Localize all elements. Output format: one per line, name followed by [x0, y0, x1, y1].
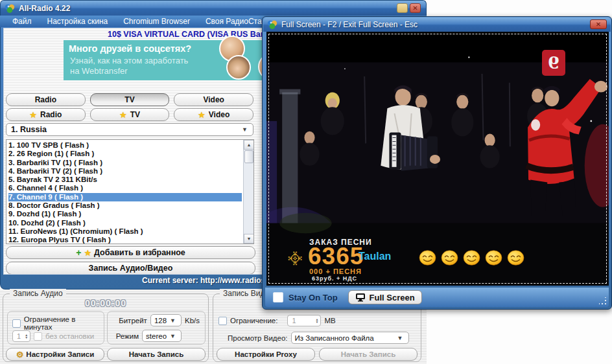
limit-minutes-checkbox[interactable]	[12, 319, 21, 328]
video-limit-unit: MB	[324, 317, 335, 324]
video-limit-stepper[interactable]: 1 ▲▼	[287, 315, 321, 326]
channel-row[interactable]: 4. Barbariki TV (2) ( Flash )	[8, 167, 242, 176]
order-price-line: 000 + ПЕСНЯ	[309, 267, 362, 275]
start-audio-record-button[interactable]: Начать Запись	[107, 348, 206, 361]
video-limit-checkbox[interactable]	[218, 317, 227, 325]
smiley-emoji	[441, 250, 458, 266]
channel-row[interactable]: 9. Dozhd (1) ( Flash )	[8, 210, 242, 218]
proxy-settings-button[interactable]: Настройки Proxy	[217, 348, 315, 361]
chevron-down-icon: ▼	[170, 333, 176, 339]
favorites-tab-row: ★Radio★TV★Video	[6, 108, 253, 121]
audio-limit-box: Ограничение в минутах 1 ▲▼ без остановки	[7, 311, 104, 345]
country-select-value: 1. Russia	[11, 125, 242, 134]
limit-minutes-value: 1	[13, 332, 25, 340]
source-tab-row: RadioTVVideo	[6, 93, 253, 106]
fav-tab-radio[interactable]: ★Radio	[6, 108, 86, 121]
limit-minutes-stepper[interactable]: 1 ▲▼	[12, 330, 30, 342]
video-preview-label: Просмотр Видео:	[228, 334, 288, 342]
country-select[interactable]: 1. Russia ▼	[6, 123, 253, 136]
stepper-arrows-icon[interactable]: ▲▼	[316, 318, 321, 324]
channel-list-scrollbar[interactable]: ▲ ▼	[243, 140, 253, 244]
mode-select[interactable]: stereo ▼	[142, 330, 182, 342]
add-favorite-button[interactable]: +★ Добавить в избранное	[6, 246, 255, 259]
nonstop-checkbox[interactable]	[34, 332, 42, 341]
menu-item-файл[interactable]: Файл	[5, 17, 39, 26]
main-titlebar[interactable]: All-Radio 4.22 ✕	[0, 0, 427, 16]
star-icon: ★	[198, 110, 206, 120]
channel-row[interactable]: 10. Dozhd (2) ( Flash )	[8, 219, 242, 227]
order-song-name: Taulan	[359, 251, 391, 262]
visa-card-link[interactable]: 10$ VISA VIRTUAL CARD (VISA RUS Bank).	[108, 30, 275, 39]
app-icon	[267, 19, 277, 30]
plus-icon: +	[76, 247, 81, 258]
channel-row[interactable]: 11. EuroNews (1) (Chromium) ( Flash )	[8, 227, 242, 236]
ad-banner[interactable]: Много друзей в соцсетях? Узнай, как на э…	[64, 40, 270, 80]
stepper-arrows-icon[interactable]: ▲▼	[25, 334, 30, 339]
smiley-emoji	[485, 250, 502, 266]
video-area[interactable]: 9 ᳀ ЗАКАЗ ПЕСНИ 6365 Taulan 000 + ПЕСНЯ …	[266, 32, 609, 286]
tv-window-title: Full Screen - F2 / Exit Full Screen - Es…	[281, 20, 418, 29]
start-audio-record-label: Начать Запись	[129, 350, 183, 358]
banner-subline-2: на Webtransfer	[70, 66, 128, 76]
mode-value: stereo	[143, 332, 170, 340]
tv-bottom-bar: Stay On Top Full Screen	[265, 288, 609, 307]
tv-close-button[interactable]: ✕	[590, 19, 607, 29]
order-number: 6365	[308, 243, 364, 270]
start-video-record-button[interactable]: Начать Запись	[319, 348, 418, 361]
stay-on-top-label: Stay On Top	[288, 293, 338, 302]
menu-item-настройка-скина[interactable]: Настройка скина	[40, 17, 115, 26]
tab-radio[interactable]: Radio	[6, 93, 86, 106]
minimize-button[interactable]	[397, 3, 408, 13]
bitrate-unit: Kb/s	[185, 317, 200, 324]
gear-icon: ⚙	[16, 350, 24, 359]
video-limit-label: Ограничение:	[230, 317, 277, 324]
scroll-down-icon[interactable]: ▼	[244, 234, 254, 244]
channel-row[interactable]: 6. Channel 4 ( Flash )	[8, 184, 242, 192]
scrollbar-thumb[interactable]	[244, 150, 253, 163]
record-settings-button[interactable]: ⚙ Настройки Записи	[6, 348, 104, 361]
bitrate-select[interactable]: 128 ▼	[150, 314, 182, 326]
record-settings-label: Настройки Записи	[26, 350, 94, 358]
ornament-icon: ᳀	[283, 245, 308, 275]
audio-codec-box: Битрейт 128 ▼ Kb/s Режим stereo ▼	[107, 311, 206, 345]
fav-tab-video[interactable]: ★Video	[174, 108, 253, 121]
banner-avatar	[226, 55, 251, 80]
stay-on-top-checkbox[interactable]	[273, 292, 283, 302]
smiley-row	[419, 250, 524, 266]
nonstop-label: без остановки	[45, 332, 94, 340]
video-limit-value: 1	[288, 317, 300, 324]
tab-tv[interactable]: TV	[90, 93, 170, 106]
channel-row[interactable]: 12. Europa Plyus TV ( Flash )	[8, 236, 242, 244]
smiley-emoji	[507, 250, 524, 266]
channel-row[interactable]: 3. Barbariki TV (1) ( Flash )	[8, 159, 242, 167]
video-preview-select[interactable]: Из Записанного Файла ▼	[291, 332, 409, 344]
tv-titlebar[interactable]: Full Screen - F2 / Exit Full Screen - Es…	[263, 17, 611, 32]
resize-grip[interactable]	[599, 297, 607, 305]
scroll-up-icon[interactable]: ▲	[244, 140, 254, 150]
audio-record-group: Запись Аудио 00:00:00 Ограничение в мину…	[3, 293, 209, 362]
menu-item-chromium-browser[interactable]: Chromium Browser	[116, 17, 197, 26]
channel-9-logo: 9	[542, 50, 565, 76]
app-icon	[5, 3, 15, 14]
full-screen-button[interactable]: Full Screen	[348, 290, 422, 304]
close-button[interactable]: ✕	[410, 3, 421, 13]
channel-row[interactable]: 7. Channel 9 ( Flash )	[8, 193, 242, 201]
audio-group-title: Запись Аудио	[10, 289, 66, 298]
channel-row[interactable]: 1. 100 TV SPB ( Flash )	[8, 141, 242, 150]
tab-video[interactable]: Video	[174, 93, 253, 106]
star-icon: ★	[119, 110, 127, 120]
channel-row[interactable]: 5. Bayrak TV 2 311 KBit/s	[8, 176, 242, 184]
record-av-button[interactable]: Запись Аудио/Видео	[6, 262, 255, 275]
fav-tab-tv[interactable]: ★TV	[90, 108, 170, 121]
limit-minutes-label: Ограничение в минутах	[24, 315, 104, 331]
window-title: All-Radio 4.22	[19, 4, 70, 13]
star-icon: ★	[84, 248, 91, 258]
channel-row[interactable]: 2. 26 Region (1) ( Flash )	[8, 150, 242, 158]
channel-row[interactable]: 8. Doctor Gradus ( Flash )	[8, 201, 242, 210]
order-tax-line: 63руб. + НДС	[312, 275, 357, 282]
video-preview-value: Из Записанного Файла	[292, 334, 377, 342]
add-favorite-label: Добавить в избранное	[94, 248, 185, 257]
start-video-record-label: Начать Запись	[341, 350, 395, 358]
channel-list: ▲ ▼ 1. 100 TV SPB ( Flash )2. 26 Region …	[6, 139, 254, 244]
proxy-settings-label: Настройки Proxy	[235, 350, 297, 358]
